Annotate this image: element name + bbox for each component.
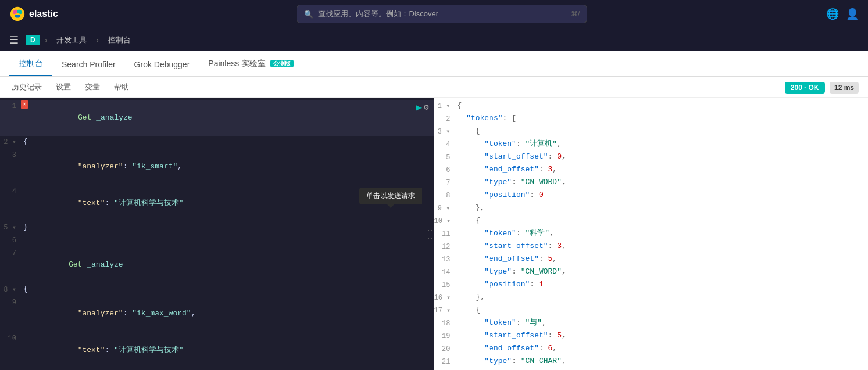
time-badge: 12 ms bbox=[830, 82, 859, 94]
output-line-14: 14 "type": "CN_WORD", bbox=[434, 266, 869, 279]
output-line-20: 20 "end_offset": 6, bbox=[434, 343, 869, 355]
line-number-3: 3 bbox=[0, 149, 21, 161]
line-content-3[interactable]: "analyzer": "ik_smart", bbox=[21, 149, 434, 185]
wrench-button-1[interactable]: ⚙ bbox=[424, 101, 428, 116]
global-search-bar[interactable]: 🔍 查找应用、内容等。例如：Discover ⌘/ bbox=[297, 5, 587, 23]
sub-toolbar: 历史记录 设置 变量 帮助 200 - OK 12 ms bbox=[0, 77, 868, 98]
output-content-2: "tokens": [ bbox=[455, 113, 869, 125]
main-content-area: 1 ✕ Get _analyze ▶ ⚙ 2 ▾ { 3 "analyze bbox=[0, 98, 868, 370]
history-button[interactable]: 历史记录 bbox=[9, 80, 44, 95]
editor-panel[interactable]: 1 ✕ Get _analyze ▶ ⚙ 2 ▾ { 3 "analyze bbox=[0, 98, 434, 370]
tabs-bar: 控制台 Search Profiler Grok Debugger Painle… bbox=[0, 51, 868, 77]
tab-painless-lab[interactable]: Painless 实验室 公测版 bbox=[199, 53, 303, 76]
variables-button[interactable]: 变量 bbox=[83, 80, 102, 95]
line-content-8[interactable]: { bbox=[21, 283, 434, 296]
output-line-number-11: 11 bbox=[434, 228, 455, 240]
tab-grok-debugger[interactable]: Grok Debugger bbox=[125, 54, 199, 76]
line-content-1[interactable]: Get _analyze bbox=[30, 100, 416, 136]
output-line-number-15: 15 bbox=[434, 279, 455, 291]
editor-line-6: 6 bbox=[0, 234, 434, 247]
globe-icon[interactable]: 🌐 bbox=[826, 8, 839, 20]
line-number-5: 5 ▾ bbox=[0, 221, 21, 234]
tab-search-profiler[interactable]: Search Profiler bbox=[52, 54, 125, 76]
tab-console[interactable]: 控制台 bbox=[9, 53, 52, 76]
second-navigation-bar: ☰ D › 开发工具 › 控制台 bbox=[0, 28, 868, 51]
output-content-13: "end_offset": 5, bbox=[455, 253, 869, 265]
tab-search-profiler-label: Search Profiler bbox=[62, 60, 116, 69]
output-line-number-20: 20 bbox=[434, 343, 455, 355]
line-content-5[interactable]: } bbox=[21, 221, 434, 234]
editor-area[interactable]: 1 ✕ Get _analyze ▶ ⚙ 2 ▾ { 3 "analyze bbox=[0, 98, 434, 370]
line-number-7: 7 bbox=[0, 247, 21, 259]
output-content-20: "end_offset": 6, bbox=[455, 343, 869, 355]
output-content-8: "position": 0 bbox=[455, 189, 869, 202]
output-line-number-12: 12 bbox=[434, 240, 455, 253]
output-line-17: 17 ▾ { bbox=[434, 304, 869, 317]
output-line-18: 18 "token": "与", bbox=[434, 317, 869, 330]
settings-button[interactable]: 设置 bbox=[53, 80, 73, 95]
output-line-8: 8 "position": 0 bbox=[434, 189, 869, 202]
output-content-9: }, bbox=[455, 202, 869, 214]
line-number-6: 6 bbox=[0, 234, 21, 246]
output-line-number-7: 7 bbox=[434, 177, 455, 189]
error-indicator-1: ✕ bbox=[21, 100, 28, 109]
line-content-4[interactable]: "text": "计算机科学与技术" bbox=[21, 185, 434, 221]
output-line-number-5: 5 bbox=[434, 151, 455, 163]
method-keyword-1: Get bbox=[78, 113, 96, 122]
output-line-4: 4 "token": "计算机", bbox=[434, 138, 869, 151]
breadcrumb-console[interactable]: 控制台 bbox=[103, 34, 135, 46]
sub-toolbar-left: 历史记录 设置 变量 帮助 bbox=[9, 80, 131, 95]
output-line-number-17: 17 ▾ bbox=[434, 304, 456, 317]
editor-line-4: 4 "text": "计算机科学与技术" bbox=[0, 185, 434, 221]
search-shortcut: ⌘/ bbox=[571, 10, 580, 18]
line-content-2[interactable]: { bbox=[21, 136, 434, 148]
output-line-number-10: 10 ▾ bbox=[434, 215, 456, 227]
search-placeholder: 查找应用、内容等。例如：Discover bbox=[318, 9, 566, 19]
svg-point-3 bbox=[15, 15, 20, 18]
line-content-9[interactable]: "analyzer": "ik_max_word", bbox=[21, 296, 434, 332]
editor-line-3: 3 "analyzer": "ik_smart", bbox=[0, 149, 434, 185]
output-content-5: "start_offset": 0, bbox=[455, 151, 869, 163]
elastic-logo[interactable]: elastic bbox=[9, 6, 58, 22]
output-line-13: 13 "end_offset": 5, bbox=[434, 253, 869, 266]
output-line-number-18: 18 bbox=[434, 317, 455, 329]
output-line-number-1: 1 ▾ bbox=[434, 100, 455, 112]
output-line-7: 7 "type": "CN_WORD", bbox=[434, 177, 869, 189]
search-icon: 🔍 bbox=[304, 10, 313, 19]
editor-line-5: 5 ▾ } bbox=[0, 221, 434, 234]
line-content-7[interactable]: Get _analyze bbox=[21, 247, 434, 283]
output-line-number-19: 19 bbox=[434, 330, 455, 342]
breadcrumb-separator-2: › bbox=[96, 35, 99, 45]
hamburger-menu-button[interactable]: ☰ bbox=[7, 31, 21, 49]
tab-painless-lab-label: Painless 实验室 bbox=[208, 59, 266, 68]
output-line-number-2: 2 bbox=[434, 113, 455, 125]
output-line-11: 11 "token": "科学", bbox=[434, 228, 869, 240]
line-number-9: 9 bbox=[0, 296, 21, 308]
tab-beta-badge: 公测版 bbox=[270, 60, 294, 67]
output-content-16: }, bbox=[455, 292, 868, 304]
dev-badge[interactable]: D bbox=[26, 35, 40, 45]
tab-console-label: 控制台 bbox=[19, 59, 43, 68]
resize-handle[interactable]: ⋮⋮ bbox=[430, 98, 434, 370]
output-panel: 1 ▾ { 2 "tokens": [ 3 ▾ { 4 "token": "计算… bbox=[434, 98, 869, 370]
output-line-15: 15 "position": 1 bbox=[434, 279, 869, 292]
resize-dots-icon: ⋮⋮ bbox=[426, 226, 434, 242]
output-line-5: 5 "start_offset": 0, bbox=[434, 151, 869, 164]
user-notification-icon[interactable]: 👤 bbox=[846, 8, 859, 20]
breadcrumb-devtools[interactable]: 开发工具 bbox=[52, 34, 91, 46]
output-content-7: "type": "CN_WORD", bbox=[455, 177, 869, 189]
output-content-11: "token": "科学", bbox=[455, 228, 869, 240]
tab-grok-debugger-label: Grok Debugger bbox=[134, 60, 190, 69]
output-content-1: { bbox=[455, 100, 869, 112]
top-navigation-bar: elastic 🔍 查找应用、内容等。例如：Discover ⌘/ 🌐 👤 bbox=[0, 0, 868, 28]
editor-line-7: 7 Get _analyze bbox=[0, 247, 434, 283]
endpoint-1: _analyze bbox=[96, 113, 132, 122]
output-line-number-13: 13 bbox=[434, 253, 455, 265]
output-line-number-21: 21 bbox=[434, 355, 455, 368]
top-bar-right-icons: 🌐 👤 bbox=[826, 8, 859, 20]
help-button[interactable]: 帮助 bbox=[112, 80, 131, 95]
status-badge: 200 - OK bbox=[785, 82, 825, 94]
output-line-number-3: 3 ▾ bbox=[434, 125, 455, 138]
run-button-1[interactable]: ▶ bbox=[416, 101, 422, 116]
line-content-10[interactable]: "text": "计算机科学与技术" bbox=[21, 332, 434, 368]
